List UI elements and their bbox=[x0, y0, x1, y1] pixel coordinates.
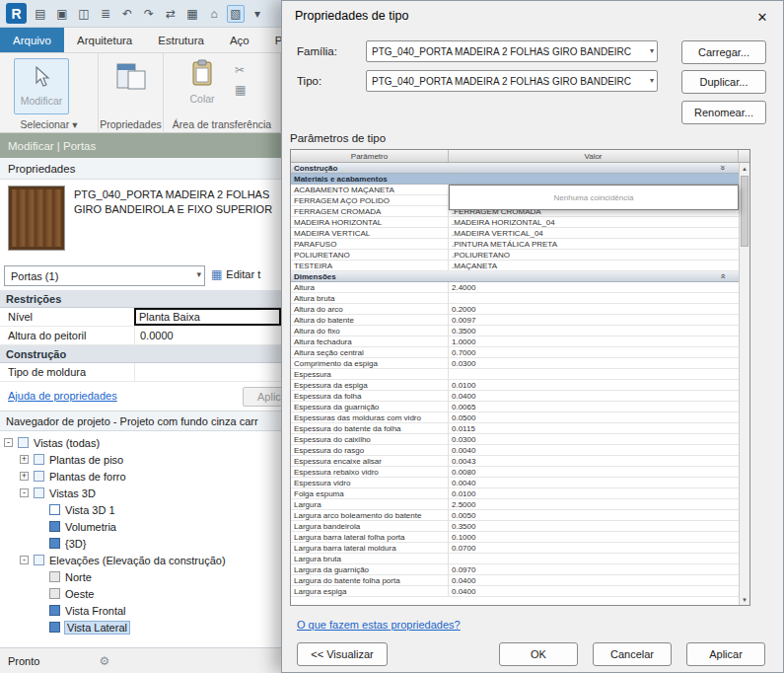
value-cell[interactable]: 0.0700 bbox=[449, 543, 739, 553]
collapse-icon[interactable]: - bbox=[20, 556, 29, 564]
table-row[interactable]: Folga espuma0.0100 bbox=[291, 488, 739, 499]
tree-item[interactable]: {3D} bbox=[0, 535, 281, 552]
value-cell[interactable]: 0.3500 bbox=[449, 326, 739, 336]
table-section-row[interactable]: Construção» bbox=[291, 163, 739, 174]
file-menu-icon[interactable]: ▤ bbox=[32, 5, 49, 23]
table-row[interactable]: Altura seção central0.7000 bbox=[291, 347, 739, 358]
tree-item[interactable]: -Elevações (Elevação da construção) bbox=[0, 552, 281, 568]
table-row[interactable]: Espessura do caixilho0.0300 bbox=[291, 434, 739, 445]
save-icon[interactable]: ◫ bbox=[75, 5, 93, 23]
value-cell[interactable]: 0.0080 bbox=[449, 467, 739, 477]
value-cell[interactable]: 0.0970 bbox=[449, 564, 739, 574]
table-row[interactable]: Altura do batente0.0097 bbox=[291, 315, 739, 326]
home-icon[interactable]: ⌂ bbox=[205, 5, 223, 23]
table-row[interactable]: Largura bruta bbox=[291, 554, 739, 564]
open-icon[interactable]: ▣ bbox=[53, 5, 71, 23]
table-row[interactable]: Espessura do batente da folha0.0115 bbox=[291, 423, 739, 434]
value-cell[interactable]: .POLIURETANO bbox=[449, 250, 739, 260]
value-cell[interactable]: 0.0400 bbox=[449, 586, 739, 596]
modify-button[interactable]: Modificar bbox=[14, 58, 69, 114]
property-value[interactable]: Planta Baixa bbox=[134, 308, 281, 326]
table-row[interactable]: MADEIRA VERTICAL.MADEIRA VERTICAL_04 bbox=[291, 228, 739, 239]
cancel-button[interactable]: Cancelar bbox=[593, 642, 672, 666]
type-selector-combo[interactable]: Portas (1) ▾ bbox=[4, 265, 205, 286]
properties-button[interactable] bbox=[110, 59, 152, 114]
value-cell[interactable]: 0.0400 bbox=[449, 575, 739, 585]
door-type-thumbnail[interactable] bbox=[8, 186, 65, 251]
section-jump-icon[interactable]: » bbox=[717, 273, 727, 278]
scissors-icon[interactable]: ✂ bbox=[235, 63, 246, 77]
preview-button[interactable]: << Visualizar bbox=[297, 642, 388, 666]
table-row[interactable]: Altura2.4000 bbox=[291, 282, 739, 293]
scrollbar-thumb[interactable] bbox=[741, 176, 748, 247]
table-row[interactable]: Largura arco boleamento do batente0.0050 bbox=[291, 510, 739, 521]
scroll-up-icon[interactable]: ▲ bbox=[740, 163, 749, 174]
paste-button[interactable]: Colar bbox=[181, 59, 223, 114]
value-cell[interactable]: .MAÇANETA bbox=[449, 261, 739, 270]
transfer-icon[interactable]: ⇄ bbox=[162, 5, 179, 23]
table-row[interactable]: Largura2.5000 bbox=[291, 499, 739, 510]
rename-button[interactable]: Renomear... bbox=[681, 101, 766, 124]
ribbon-tab-estrutura[interactable]: Estrutura bbox=[145, 28, 217, 52]
table-row[interactable]: Espessuras das molduras com vidro0.0500 bbox=[291, 412, 739, 423]
tree-item[interactable]: +Plantas de forro bbox=[0, 468, 281, 485]
value-cell[interactable]: 0.0100 bbox=[449, 488, 739, 498]
value-cell[interactable]: 0.0400 bbox=[449, 391, 739, 401]
properties-help-link[interactable]: Ajuda de propriedades bbox=[8, 390, 117, 402]
value-cell[interactable]: 0.0040 bbox=[449, 478, 739, 487]
value-cell[interactable]: .PINTURA METÁLICA PRETA bbox=[449, 239, 739, 249]
value-combo-dropdown[interactable]: Nenhuma coincidência bbox=[449, 185, 739, 210]
value-cell[interactable]: 0.1000 bbox=[449, 532, 739, 542]
select-panel-label[interactable]: Selecionar ▾ bbox=[0, 115, 98, 133]
load-button[interactable]: Carregar... bbox=[681, 40, 766, 64]
revit-logo[interactable]: R bbox=[6, 3, 27, 24]
value-cell[interactable]: 0.0115 bbox=[449, 423, 739, 433]
expand-icon[interactable]: + bbox=[20, 472, 29, 481]
table-row[interactable]: POLIURETANO.POLIURETANO bbox=[291, 250, 739, 261]
tree-item[interactable]: Vista Lateral bbox=[0, 619, 281, 636]
value-cell[interactable]: .MADEIRA HORIZONTAL_04 bbox=[449, 217, 739, 227]
collapse-icon[interactable]: - bbox=[4, 438, 13, 447]
table-row[interactable]: Largura barra lateral moldura0.0700 bbox=[291, 543, 739, 554]
table-row[interactable]: Altura do fixo0.3500 bbox=[291, 326, 739, 336]
table-row[interactable]: TESTEIRA.MAÇANETA bbox=[291, 261, 739, 271]
table-row[interactable]: Largura do batente folha porta0.0400 bbox=[291, 575, 739, 586]
table-row[interactable]: Espessura encaixe alisar0.0043 bbox=[291, 456, 739, 467]
value-cell[interactable]: 0.0500 bbox=[449, 412, 739, 422]
table-section-row[interactable]: Materiais e acabamentos bbox=[291, 174, 739, 185]
table-row[interactable]: Largura bandeirola0.3500 bbox=[291, 521, 739, 532]
value-cell[interactable]: 0.0043 bbox=[449, 456, 739, 466]
family-combo[interactable]: PTG_040_PORTA MADEIRA 2 FOLHAS GIRO BAND… bbox=[366, 40, 658, 62]
value-cell[interactable]: 0.0040 bbox=[449, 445, 739, 455]
value-cell[interactable] bbox=[449, 554, 739, 563]
value-cell[interactable]: 0.0065 bbox=[449, 402, 739, 411]
tree-item[interactable]: Norte bbox=[0, 568, 281, 585]
tree-item[interactable]: +Plantas de piso bbox=[0, 451, 281, 468]
table-row[interactable]: Espessura da folha0.0400 bbox=[291, 391, 739, 402]
value-cell[interactable]: 0.0300 bbox=[449, 434, 739, 444]
grid-icon[interactable]: ▦ bbox=[183, 5, 201, 23]
value-cell[interactable]: 0.7000 bbox=[449, 347, 739, 357]
table-row[interactable]: Altura do arco0.2000 bbox=[291, 304, 739, 315]
expand-icon[interactable]: + bbox=[20, 455, 29, 464]
table-row[interactable]: Altura fechadura1.0000 bbox=[291, 336, 739, 347]
table-row[interactable]: Espessura da guarnição0.0065 bbox=[291, 402, 739, 412]
table-row[interactable]: PARAFUSO.PINTURA METÁLICA PRETA bbox=[291, 239, 739, 250]
dialog-help-link[interactable]: O que fazem estas propriedades? bbox=[297, 619, 461, 631]
property-value[interactable] bbox=[134, 363, 281, 381]
table-row[interactable]: Espessura da espiga0.0100 bbox=[291, 380, 739, 391]
table-row[interactable]: Largura da guarnição0.0970 bbox=[291, 564, 739, 575]
table-row[interactable]: Largura barra lateral folha porta0.1000 bbox=[291, 532, 739, 543]
table-row[interactable]: Espessura do rasgo0.0040 bbox=[291, 445, 739, 456]
table-row[interactable]: Espessura vidro0.0040 bbox=[291, 478, 739, 488]
copy-icon[interactable]: ▦ bbox=[235, 83, 246, 97]
value-cell[interactable]: 0.0300 bbox=[449, 358, 739, 368]
scroll-down-icon[interactable]: ▼ bbox=[740, 594, 749, 605]
close-icon[interactable]: ✕ bbox=[748, 5, 777, 29]
ribbon-tab-a-o[interactable]: Aço bbox=[217, 28, 262, 52]
table-row[interactable]: Espessura rebaixo vidro0.0080 bbox=[291, 467, 739, 478]
param-column-header[interactable]: Parâmetro bbox=[291, 150, 449, 162]
dialog-apply-button[interactable]: Aplicar bbox=[686, 642, 765, 666]
table-row[interactable]: MADEIRA HORIZONTAL.MADEIRA HORIZONTAL_04 bbox=[291, 217, 739, 228]
undo-icon[interactable]: ↶ bbox=[118, 5, 136, 23]
